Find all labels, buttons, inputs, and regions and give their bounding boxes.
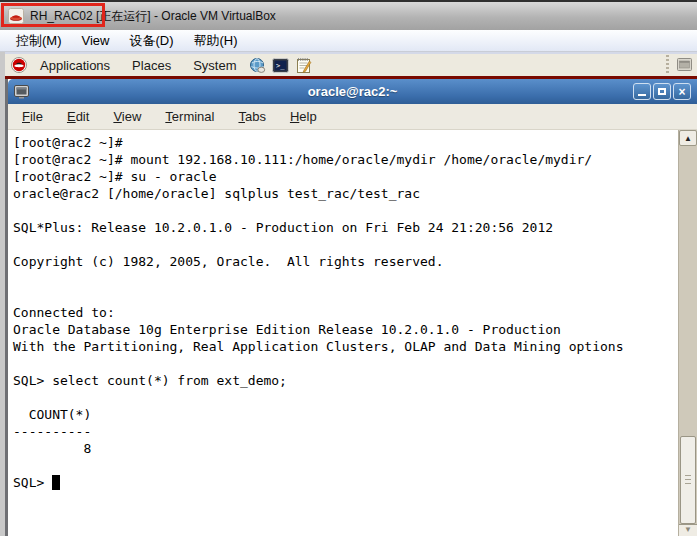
terminal-launcher-icon[interactable]: >_ xyxy=(272,57,288,73)
terminal-menu-terminal[interactable]: Terminal xyxy=(165,109,214,124)
vm-display-area: Applications Places System xyxy=(0,52,697,536)
svg-text:>_: >_ xyxy=(276,62,285,70)
terminal-menu-tabs[interactable]: Tabs xyxy=(238,109,265,124)
gnome-top-panel: Applications Places System xyxy=(5,52,697,76)
panel-menu-system[interactable]: System xyxy=(184,58,245,73)
virtualbox-window: RH_RAC02 [正在运行] - Oracle VM VirtualBox 控… xyxy=(0,0,697,536)
terminal-menu-view[interactable]: View xyxy=(113,109,141,124)
minimize-icon xyxy=(638,94,646,96)
terminal-window-controls: × xyxy=(633,83,691,100)
panel-menu-places[interactable]: Places xyxy=(123,58,180,73)
panel-menu-applications[interactable]: Applications xyxy=(31,58,119,73)
vbox-menubar: 控制(M) View 设备(D) 帮助(H) xyxy=(0,30,697,52)
terminal-menubar: File Edit View Terminal Tabs Help xyxy=(8,104,697,130)
vbox-window-title: RH_RAC02 [正在运行] - Oracle VM VirtualBox xyxy=(30,8,276,25)
maximize-button[interactable] xyxy=(653,83,671,100)
scrollbar-down-button[interactable]: ▼ xyxy=(679,524,697,536)
scrollbar-up-button[interactable]: ▲ xyxy=(679,130,697,146)
scrollbar-grip-icon xyxy=(685,475,691,485)
vbox-menu-machine[interactable]: 控制(M) xyxy=(10,32,76,50)
terminal-output-text: [root@rac2 ~]# [root@rac2 ~]# mount 192.… xyxy=(8,130,697,491)
vbox-menu-view[interactable]: View xyxy=(76,33,124,48)
terminal-menu-file[interactable]: File xyxy=(22,109,43,124)
vbox-menu-help[interactable]: 帮助(H) xyxy=(188,32,252,50)
terminal-window: oracle@rac2:~ × File Edit View Terminal … xyxy=(5,79,697,536)
panel-separator-handle xyxy=(666,55,669,75)
terminal-cursor xyxy=(52,475,60,490)
web-browser-icon[interactable] xyxy=(249,57,265,73)
minimize-button[interactable] xyxy=(633,83,651,100)
close-icon: × xyxy=(678,86,685,98)
terminal-output-area[interactable]: [root@rac2 ~]# [root@rac2 ~]# mount 192.… xyxy=(8,130,697,536)
vbox-menu-devices[interactable]: 设备(D) xyxy=(123,32,187,50)
terminal-menu-help[interactable]: Help xyxy=(290,109,317,124)
terminal-window-icon xyxy=(13,84,29,100)
scrollbar-track[interactable]: ▼ xyxy=(679,146,697,536)
terminal-titlebar[interactable]: oracle@rac2:~ × xyxy=(8,79,697,104)
scrollbar-thumb[interactable] xyxy=(680,436,696,524)
terminal-scrollbar[interactable]: ▲ ▼ xyxy=(678,130,697,536)
window-list-applet-icon[interactable] xyxy=(677,57,693,73)
maximize-icon xyxy=(658,88,666,95)
text-editor-icon[interactable] xyxy=(295,57,311,73)
vbox-titlebar[interactable]: RH_RAC02 [正在运行] - Oracle VM VirtualBox xyxy=(0,0,697,30)
virtualbox-vm-icon xyxy=(8,8,24,24)
panel-menus: Applications Places System xyxy=(31,58,245,73)
close-button[interactable]: × xyxy=(673,83,691,100)
panel-launchers: >_ xyxy=(249,57,311,73)
terminal-title: oracle@rac2:~ xyxy=(8,84,697,99)
terminal-menu-edit[interactable]: Edit xyxy=(67,109,89,124)
redhat-menu-icon[interactable] xyxy=(11,57,27,73)
